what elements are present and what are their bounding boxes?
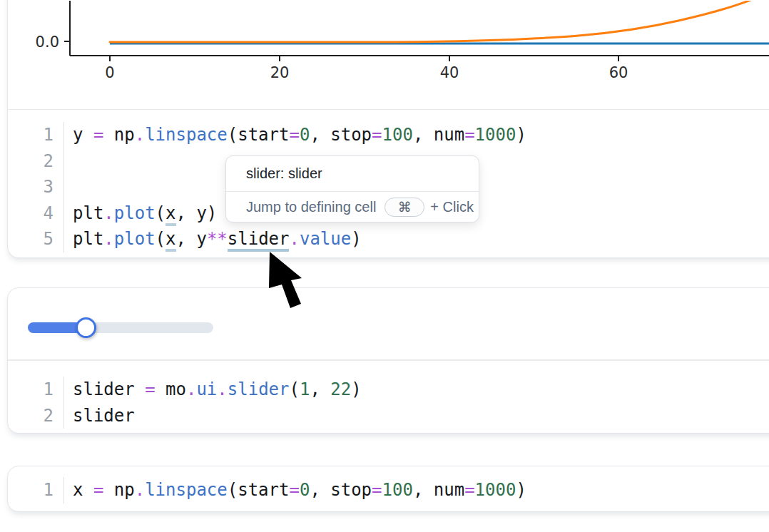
x-tick-label: 0: [105, 64, 114, 81]
line-number: 1: [8, 379, 54, 399]
gutter-divider: [63, 148, 64, 175]
code-editor[interactable]: 1x = np.linspace(start=0, stop=100, num=…: [8, 466, 769, 511]
line-number: 2: [8, 151, 54, 171]
line-number: 5: [8, 229, 54, 249]
code-line[interactable]: 1slider = mo.ui.slider(1, 22): [8, 377, 769, 403]
line-number: 2: [8, 406, 54, 426]
slider-thumb[interactable]: [76, 317, 96, 338]
code-text[interactable]: y = np.linspace(start=0, stop=100, num=1…: [64, 125, 526, 145]
variable-hover-tooltip: slider: slider Jump to defining cell ⌘ +…: [225, 155, 479, 222]
command-key-icon: ⌘: [398, 199, 412, 215]
tooltip-action-label: Jump to defining cell: [246, 199, 376, 215]
slider-output-area: [8, 288, 769, 360]
line-number: 3: [8, 177, 54, 197]
gutter-divider: [63, 174, 64, 200]
code-text[interactable]: plt.plot(x, y**slider.value): [64, 229, 362, 249]
code-text[interactable]: plt.plot(x, y): [64, 203, 217, 223]
code-line[interactable]: 5plt.plot(x, y**slider.value): [8, 226, 769, 252]
tooltip-click-label: + Click: [430, 199, 474, 215]
code-text[interactable]: x = np.linspace(start=0, stop=100, num=1…: [64, 480, 526, 500]
slider-track[interactable]: [28, 322, 213, 333]
code-editor[interactable]: 1slider = mo.ui.slider(1, 22)2slider: [8, 360, 769, 433]
y-tick-label: 0.0: [36, 34, 59, 51]
code-line[interactable]: 1x = np.linspace(start=0, stop=100, num=…: [8, 477, 769, 503]
x-tick-label: 40: [440, 64, 459, 81]
tooltip-title: slider: slider: [226, 156, 479, 191]
notebook-cell-slider: 1slider = mo.ui.slider(1, 22)2slider: [7, 287, 769, 434]
code-line[interactable]: 1y = np.linspace(start=0, stop=100, num=…: [8, 122, 769, 148]
line-number: 4: [8, 203, 54, 223]
matplotlib-chart-output: 0.0 0 20 40 60: [8, 1, 769, 109]
x-tick-label: 60: [609, 64, 628, 81]
x-tick-label: 20: [270, 64, 290, 81]
line-number: 1: [8, 125, 54, 145]
command-key-badge: ⌘: [385, 198, 424, 217]
mouse-cursor-icon: [264, 250, 307, 314]
code-text[interactable]: slider = mo.ui.slider(1, 22): [64, 379, 362, 399]
code-text[interactable]: slider: [64, 406, 135, 426]
line-number: 1: [8, 480, 54, 500]
code-line[interactable]: 2slider: [8, 403, 769, 429]
notebook-cell-x: 1x = np.linspace(start=0, stop=100, num=…: [7, 466, 769, 512]
series-line-orange: [110, 1, 765, 42]
